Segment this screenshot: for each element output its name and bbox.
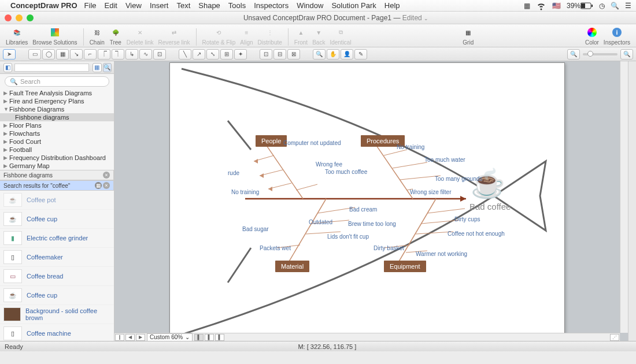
connector-tool-7[interactable]: ⊡ (153, 49, 166, 60)
horizontal-scrollbar[interactable]: ‖ ◀ ▶ Custom 60% ⌄ ▌ ▌ ▌ ⋰ (114, 333, 620, 341)
clock-icon[interactable]: ◷ (599, 2, 605, 10)
canvas-viewport[interactable]: ☕ People Procedures Material Equipment B… (114, 61, 620, 333)
table-tool[interactable]: ▦ (56, 49, 69, 60)
tree-item[interactable]: ▶Floor Plans (0, 121, 114, 129)
zoom-in-icon[interactable]: 🔍 (620, 49, 633, 60)
maximize-window-button[interactable] (27, 14, 34, 21)
group-tool-2[interactable]: ⊟ (273, 49, 286, 60)
library-item[interactable]: ▭Coffee bread (0, 267, 114, 286)
menu-extras-icon[interactable]: ☰ (625, 2, 631, 10)
connector-tool-1[interactable]: ↘ (70, 49, 83, 60)
library-tab-fishbone[interactable]: Fishbone diagrams× (0, 170, 114, 180)
tree-item[interactable]: ▶Germany Map (0, 162, 114, 170)
group-tool-3[interactable]: ⊠ (287, 49, 300, 60)
document-page[interactable]: ☕ People Procedures Material Equipment B… (169, 62, 565, 333)
tree-item[interactable]: ▶Fault Tree Analysis Diagrams (0, 89, 114, 97)
sidebar-view-grid[interactable]: ▦ (93, 63, 101, 72)
color-button[interactable]: Color (585, 26, 599, 46)
close-tab-icon[interactable]: × (103, 182, 110, 189)
resize-handle-icon[interactable]: ⋰ (610, 334, 619, 341)
line-tool-5[interactable]: ✦ (234, 49, 247, 60)
vertical-scrollbar[interactable] (620, 61, 628, 333)
tab-action-icon[interactable]: ▦ (95, 182, 102, 189)
menu-solution-park[interactable]: Solution Park (331, 1, 376, 10)
library-item[interactable]: ▯Coffee machine (0, 324, 114, 341)
browse-solutions-button[interactable]: Browse Solutions (32, 26, 77, 46)
menu-view[interactable]: View (125, 1, 142, 10)
menu-help[interactable]: Help (384, 1, 400, 10)
zoom-slider[interactable] (583, 53, 617, 55)
library-item[interactable]: ▯Coffeemaker (0, 248, 114, 267)
pointer-tool[interactable]: ➤ (3, 49, 16, 60)
rect-tool[interactable]: ▭ (28, 49, 41, 60)
flag-icon[interactable]: 🇺🇸 (552, 2, 561, 10)
line-tool-2[interactable]: ↗ (193, 49, 205, 60)
sidebar-collapse-button[interactable]: ◧ (3, 63, 12, 72)
page-nav-button[interactable]: ‖ (115, 334, 124, 341)
connector-tool-4[interactable]: ⏋ (112, 49, 124, 60)
category-people[interactable]: People (256, 135, 287, 147)
category-material[interactable]: Material (275, 261, 309, 272)
siri-icon[interactable]: ▦ (524, 2, 530, 10)
sidebar-filter-input[interactable] (14, 64, 89, 72)
menu-insert[interactable]: Insert (150, 1, 169, 10)
library-tab-search[interactable]: Search results for "coffee"▦× (0, 181, 114, 190)
library-item[interactable]: Background - solid coffee brown (0, 305, 114, 324)
libraries-button[interactable]: 📚Libraries (6, 26, 28, 46)
zoom-in-tool[interactable]: 🔍 (313, 49, 326, 60)
menu-tools[interactable]: Tools (228, 1, 246, 10)
library-item[interactable]: ☕Coffee cup (0, 210, 114, 229)
sidebar-search-button[interactable]: 🔍 (103, 63, 112, 72)
eyedropper-tool[interactable]: ✎ (354, 49, 367, 60)
library-item[interactable]: ☕Coffee pot (0, 191, 114, 210)
tree-item-child[interactable]: Fishbone diagrams (0, 113, 114, 121)
page-tab-2[interactable]: ▌ (205, 334, 214, 341)
tree-item[interactable]: ▶Food Court (0, 138, 114, 146)
grid-button[interactable]: ▦Grid (462, 26, 475, 46)
battery-status[interactable]: 39% (567, 2, 593, 10)
menu-edit[interactable]: Edit (105, 1, 117, 10)
page-prev-button[interactable]: ◀ (125, 334, 135, 341)
menu-file[interactable]: File (84, 1, 97, 10)
line-tool-3[interactable]: ⤡ (206, 49, 219, 60)
line-tool-4[interactable]: ⊞ (220, 49, 233, 60)
page-tab-3[interactable]: ▌ (215, 334, 224, 341)
tree-item[interactable]: ▶Flowcharts (0, 129, 114, 138)
tree-button[interactable]: 🌳Tree (109, 26, 122, 46)
connector-tool-6[interactable]: ∿ (139, 49, 152, 60)
connector-tool-5[interactable]: ↳ (125, 49, 138, 60)
category-equipment[interactable]: Equipment (384, 261, 426, 272)
connector-tool-3[interactable]: ⎾ (98, 49, 110, 60)
ellipse-tool[interactable]: ◯ (42, 49, 55, 60)
tree-item[interactable]: ▶Football (0, 146, 114, 154)
tree-item[interactable]: ▶Frequency Distribution Dashboard (0, 154, 114, 162)
line-tool-1[interactable]: ╲ (179, 49, 191, 60)
group-tool-1[interactable]: ⊡ (260, 49, 272, 60)
menu-inspectors[interactable]: Inspectors (254, 1, 289, 10)
menu-text[interactable]: Text (176, 1, 190, 10)
spotlight-icon[interactable]: 🔍 (611, 2, 619, 10)
title-dropdown-icon[interactable]: ⌄ (424, 16, 428, 21)
menu-window[interactable]: Window (297, 1, 323, 10)
wifi-icon[interactable] (536, 1, 546, 11)
page-tab-1[interactable]: ▌ (194, 334, 204, 341)
app-name[interactable]: ConceptDraw PRO (10, 1, 77, 10)
effect-label[interactable]: Bad coffee (469, 202, 511, 211)
tree-item[interactable]: ▶Fire and Emergency Plans (0, 97, 114, 105)
format-painter-tool[interactable]: 👤 (341, 49, 353, 60)
zoom-out-icon[interactable]: 🔍 (567, 49, 580, 60)
right-panel-collapsed[interactable] (628, 61, 636, 341)
minimize-window-button[interactable] (16, 14, 23, 21)
zoom-select[interactable]: Custom 60% ⌄ (147, 333, 193, 341)
library-search-input[interactable]: 🔍Search (5, 76, 109, 87)
close-window-button[interactable] (5, 14, 12, 21)
tree-item[interactable]: ▼Fishbone Diagrams (0, 105, 114, 113)
library-item[interactable]: ▮Electric coffee grinder (0, 229, 114, 248)
menu-shape[interactable]: Shape (198, 1, 220, 10)
page-next-button[interactable]: ▶ (136, 334, 145, 341)
close-tab-icon[interactable]: × (103, 172, 110, 179)
connector-tool-2[interactable]: ⌐ (84, 49, 97, 60)
chain-button[interactable]: ⛓Chain (90, 26, 105, 46)
inspectors-button[interactable]: iInspectors (604, 26, 630, 46)
pan-tool[interactable]: ✋ (327, 49, 339, 60)
